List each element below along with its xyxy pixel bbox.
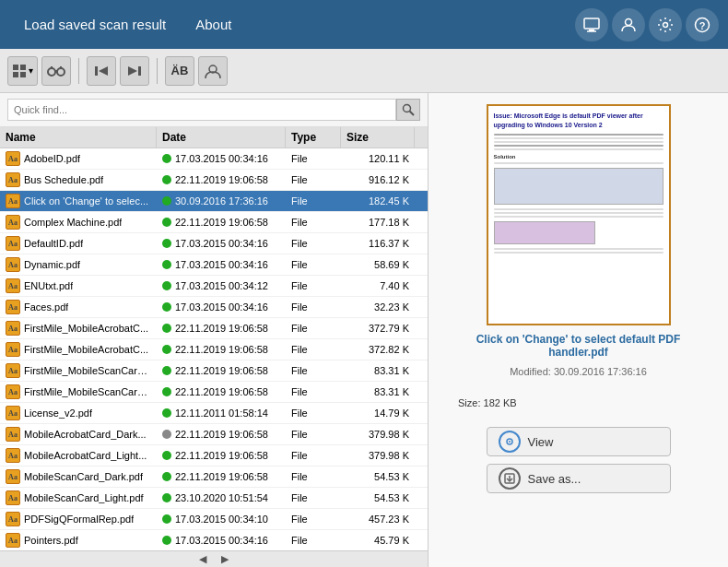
col-date[interactable]: Date <box>157 127 286 148</box>
table-row[interactable]: AаBus Schedule.pdf22.11.2019 19:06:58Fil… <box>0 170 428 191</box>
table-row[interactable]: AаDynamic.pdf17.03.2015 00:34:16File58.6… <box>0 254 428 276</box>
status-dot <box>162 281 171 290</box>
search-input[interactable] <box>7 99 396 121</box>
file-date-cell: 22.11.2019 19:06:58 <box>157 447 286 464</box>
file-name-text: FirstMile_MobileAcrobatC... <box>24 323 148 334</box>
view-button[interactable]: View <box>487 427 671 456</box>
file-type-cell: File <box>286 299 341 315</box>
table-row[interactable]: AаMobileAcrobatCard_Dark...22.11.2019 19… <box>0 424 428 445</box>
toolbar-sep-2 <box>157 58 158 84</box>
search-button[interactable] <box>396 99 420 121</box>
table-row[interactable]: AаAdobeID.pdf17.03.2015 00:34:16File120.… <box>0 148 428 170</box>
profile-icon <box>205 63 221 79</box>
preview-size: Size: 182 KB <box>458 397 517 408</box>
file-type-cell: File <box>286 320 341 337</box>
status-dot <box>162 430 171 439</box>
header-icon-group: ? <box>575 8 719 41</box>
table-row[interactable]: AаFaces.pdf17.03.2015 00:34:16File32.23 … <box>0 297 428 318</box>
hscroll-bar: ◀ ▶ <box>0 550 428 567</box>
col-name[interactable]: Name <box>0 127 157 148</box>
file-date-cell: 17.03.2015 00:34:10 <box>157 511 286 527</box>
profile-btn[interactable] <box>198 56 228 86</box>
hscroll-left[interactable]: ◀ <box>195 553 210 565</box>
file-table[interactable]: AаAdobeID.pdf17.03.2015 00:34:16File120.… <box>0 148 428 550</box>
file-icon: Aа <box>6 342 20 357</box>
prev-icon <box>93 64 110 78</box>
gear-icon-btn[interactable] <box>649 8 682 41</box>
status-dot <box>162 154 171 163</box>
file-date-cell: 17.03.2015 00:34:16 <box>157 235 286 252</box>
status-dot <box>162 493 171 502</box>
prev-btn[interactable] <box>87 56 116 86</box>
file-size-cell: 58.69 K <box>341 256 415 273</box>
svg-point-24 <box>509 441 511 443</box>
file-date-cell: 22.11.2019 19:06:58 <box>157 171 286 188</box>
file-date-text: 23.10.2020 10:51:54 <box>175 492 268 503</box>
table-row[interactable]: AаPDFSigQFormalRep.pdf17.03.2015 00:34:1… <box>0 509 428 530</box>
load-scan-menu[interactable]: Load saved scan result <box>9 9 181 40</box>
preview-panel: Issue: Microsoft Edge is default PDF vie… <box>429 93 728 567</box>
file-size-cell: 116.37 K <box>341 235 415 252</box>
save-as-button[interactable]: Save as... <box>487 464 671 493</box>
file-size-cell: 916.12 K <box>341 171 415 188</box>
table-row[interactable]: AаClick on 'Change' to selec...30.09.201… <box>0 191 428 212</box>
table-row[interactable]: AаMobileScanCard_Dark.pdf22.11.2019 19:0… <box>0 467 428 488</box>
grid-view-btn[interactable]: ▾ <box>7 56 38 86</box>
file-type-cell: File <box>286 511 341 527</box>
file-date-cell: 22.11.2019 19:06:58 <box>157 320 286 337</box>
monitor-icon-btn[interactable] <box>575 8 608 41</box>
table-row[interactable]: AаFirstMile_MobileScanCard...22.11.2019 … <box>0 382 428 403</box>
table-row[interactable]: AаPointers.pdf17.03.2015 00:34:16File45.… <box>0 530 428 550</box>
file-date-text: 22.11.2019 19:06:58 <box>175 174 268 185</box>
table-header: Name Date Type Size <box>0 127 428 148</box>
file-type-cell: File <box>286 447 341 464</box>
file-date-text: 22.11.2019 19:06:58 <box>175 386 268 397</box>
file-name-cell: AаBus Schedule.pdf <box>0 170 157 190</box>
col-type[interactable]: Type <box>286 127 341 148</box>
preview-modified: Modified: 30.09.2016 17:36:16 <box>510 366 647 377</box>
table-row[interactable]: AаENUtxt.pdf17.03.2015 00:34:12File7.40 … <box>0 276 428 297</box>
status-dot <box>162 408 171 418</box>
table-row[interactable]: AаMobileAcrobatCard_Light...22.11.2019 1… <box>0 445 428 467</box>
svg-rect-18 <box>138 66 141 76</box>
preview-filename: Click on 'Change' to select default PDF … <box>459 333 699 359</box>
file-date-cell: 22.11.2019 19:06:58 <box>157 214 286 230</box>
question-icon: ? <box>694 17 710 33</box>
file-icon: Aа <box>6 321 20 336</box>
file-date-cell: 22.11.2019 19:06:58 <box>157 468 286 485</box>
file-date-text: 17.03.2015 00:34:12 <box>175 280 268 291</box>
file-size-cell: 379.98 K <box>341 426 415 443</box>
person-icon-btn[interactable] <box>612 8 645 41</box>
about-menu[interactable]: About <box>181 9 246 40</box>
table-row[interactable]: AаFirstMile_MobileScanCard...22.11.2019 … <box>0 360 428 382</box>
status-dot <box>162 451 171 460</box>
file-size-cell: 45.79 K <box>341 532 415 549</box>
binoculars-btn[interactable] <box>41 56 71 86</box>
table-row[interactable]: AаFirstMile_MobileAcrobatC...22.11.2019 … <box>0 318 428 339</box>
file-icon: Aа <box>6 490 20 505</box>
table-row[interactable]: AаComplex Machine.pdf22.11.2019 19:06:58… <box>0 212 428 233</box>
table-row[interactable]: AаFirstMile_MobileAcrobatC...22.11.2019 … <box>0 339 428 360</box>
font-btn[interactable]: ÄB <box>165 56 194 86</box>
file-type-cell: File <box>286 384 341 400</box>
col-size[interactable]: Size <box>341 127 415 148</box>
file-date-text: 22.11.2019 19:06:58 <box>175 429 268 440</box>
toolbar-sep-1 <box>78 58 79 84</box>
hscroll-right[interactable]: ▶ <box>217 553 232 565</box>
doc-preview: Issue: Microsoft Edge is default PDF vie… <box>488 106 669 261</box>
question-icon-btn[interactable]: ? <box>686 8 719 41</box>
next-btn[interactable] <box>120 56 149 86</box>
file-date-cell: 17.03.2015 00:34:16 <box>157 150 286 167</box>
file-name-cell: AаPDFSigQFormalRep.pdf <box>0 509 157 529</box>
file-name-text: Dynamic.pdf <box>24 259 80 270</box>
file-name-cell: AаAdobeID.pdf <box>0 148 157 169</box>
table-row[interactable]: AаDefaultID.pdf17.03.2015 00:34:16File11… <box>0 233 428 254</box>
binoculars-icon <box>47 64 65 78</box>
file-size-cell: 83.31 K <box>341 384 415 400</box>
file-icon: Aа <box>6 448 20 463</box>
table-row[interactable]: AаMobileScanCard_Light.pdf23.10.2020 10:… <box>0 488 428 509</box>
file-date-text: 22.11.2019 19:06:58 <box>175 344 268 355</box>
svg-point-12 <box>57 68 65 76</box>
table-row[interactable]: AаLicense_v2.pdf12.11.2011 01:58:14File1… <box>0 403 428 424</box>
file-size-cell: 54.53 K <box>341 468 415 485</box>
